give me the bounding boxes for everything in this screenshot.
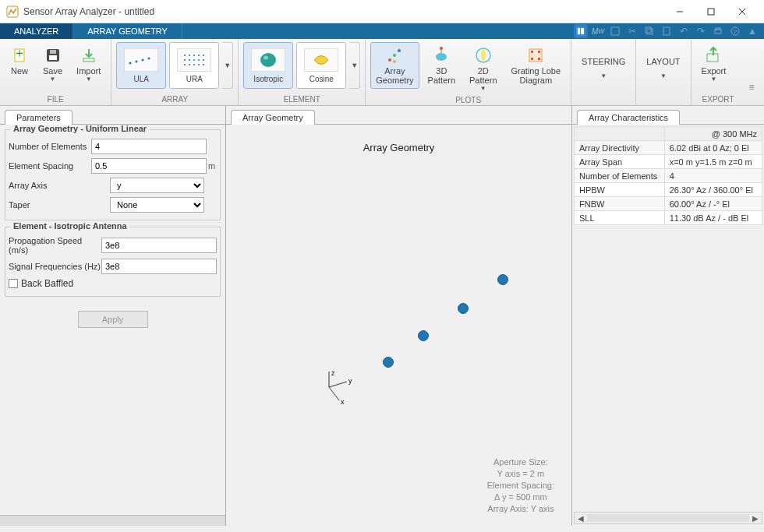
sensor-element <box>458 303 469 314</box>
array-axis-label: Array Axis <box>9 181 110 190</box>
svg-point-47 <box>436 53 447 61</box>
steering-dropdown[interactable]: STEERING ▼ <box>576 42 631 83</box>
array-gallery-dropdown[interactable]: ▼ <box>222 42 233 89</box>
window-title: Sensor Array Analyzer - untitled <box>23 6 664 17</box>
svg-text:?: ? <box>734 28 737 35</box>
num-elements-input[interactable] <box>91 139 207 154</box>
svg-text:x: x <box>341 398 345 406</box>
ula-thumb-icon <box>124 48 158 72</box>
scroll-left-icon[interactable]: ◀ <box>575 514 587 523</box>
num-elements-label: Number of Elements <box>9 142 91 151</box>
cut-icon[interactable]: ✂ <box>625 24 639 38</box>
sensor-element <box>418 330 429 341</box>
svg-point-38 <box>193 64 195 65</box>
fieldset-legend: Array Geometry - Uniform Linear <box>10 125 150 133</box>
import-icon <box>80 46 98 65</box>
ribbon-group-layout: LAYOUT ▼ <box>636 39 691 105</box>
svg-point-25 <box>148 57 150 59</box>
gallery-cosine[interactable]: Cosine <box>296 42 346 89</box>
table-row: Array Spanx=0 m y=1.5 m z=0 m <box>575 155 762 169</box>
freq-label: Signal Frequencies (Hz) <box>9 262 101 271</box>
svg-point-33 <box>193 59 195 61</box>
propspeed-label: Propagation Speed (m/s) <box>9 236 101 255</box>
back-baffled-checkbox[interactable]: Back Baffled <box>9 278 217 289</box>
svg-point-46 <box>393 60 396 63</box>
export-button[interactable]: Export ▼ <box>696 42 732 86</box>
svg-rect-6 <box>578 28 580 34</box>
new-button[interactable]: ＋ New <box>5 42 34 79</box>
svg-rect-20 <box>50 50 56 54</box>
chevron-down-icon: ▼ <box>480 85 486 92</box>
svg-line-61 <box>329 387 339 400</box>
scroll-right-icon[interactable]: ▶ <box>749 514 762 523</box>
mw-icon[interactable]: MW <box>591 24 605 38</box>
layout-icon[interactable] <box>574 24 588 38</box>
expand-ribbon-button[interactable]: ≡ <box>744 79 759 95</box>
array-axis-select[interactable]: y <box>110 178 204 193</box>
element-fieldset: Element - Isotropic Antenna Propagation … <box>5 227 221 297</box>
svg-point-30 <box>203 55 204 56</box>
element-spacing-input[interactable] <box>91 158 207 174</box>
svg-point-34 <box>198 59 200 61</box>
minimize-button[interactable] <box>664 0 695 23</box>
svg-text:z: z <box>331 369 335 377</box>
app-icon <box>6 5 19 18</box>
3d-pattern-icon <box>432 46 451 65</box>
tab-analyzer[interactable]: ANALYZER <box>0 23 73 39</box>
svg-rect-9 <box>647 29 653 34</box>
freq-header: @ 300 MHz <box>664 127 762 141</box>
maximize-button[interactable] <box>695 0 727 23</box>
tab-array-geometry-canvas[interactable]: Array Geometry <box>231 110 315 125</box>
redo-icon[interactable]: ↷ <box>694 24 708 38</box>
svg-text:y: y <box>348 377 352 385</box>
left-scrollbar[interactable] <box>0 515 225 526</box>
save-icon <box>44 46 62 65</box>
toolstrip-header: ANALYZER ARRAY GEOMETRY MW ✂ ↶ ↷ ? ▲ <box>0 23 764 39</box>
save-button[interactable]: Save ▼ <box>37 42 68 86</box>
ribbon-group-file: ＋ New Save ▼ Import ▼ FILE <box>0 39 111 105</box>
ribbon: ＋ New Save ▼ Import ▼ FILE ULA <box>0 39 764 106</box>
main-area: Parameters Array Geometry - Uniform Line… <box>0 106 764 526</box>
gallery-isotropic[interactable]: Isotropic <box>243 42 293 89</box>
3d-pattern-button[interactable]: 3D Pattern <box>423 42 461 89</box>
array-geometry-button[interactable]: Array Geometry <box>370 42 419 89</box>
svg-rect-55 <box>538 58 540 60</box>
collapse-ribbon-icon[interactable]: ▲ <box>745 24 759 38</box>
tab-array-characteristics[interactable]: Array Characteristics <box>577 110 680 125</box>
svg-rect-8 <box>611 27 619 35</box>
tab-array-geometry[interactable]: ARRAY GEOMETRY <box>73 23 182 39</box>
svg-rect-12 <box>715 30 721 33</box>
tab-parameters[interactable]: Parameters <box>5 110 73 125</box>
2d-pattern-button[interactable]: 2D Pattern ▼ <box>464 42 502 96</box>
canvas-annotation: Aperture Size: Y axis = 2 m Element Spac… <box>487 456 554 515</box>
taper-select[interactable]: None <box>110 197 204 213</box>
isotropic-thumb-icon <box>251 48 285 72</box>
freq-input[interactable] <box>101 259 217 274</box>
import-button[interactable]: Import ▼ <box>71 42 106 86</box>
sensor-element <box>497 274 508 285</box>
apply-button[interactable]: Apply <box>78 311 148 328</box>
ribbon-group-label: EXPORT <box>691 95 764 105</box>
cosine-thumb-icon <box>304 48 338 72</box>
characteristics-scrollbar[interactable]: ◀ ▶ <box>574 512 762 524</box>
ribbon-group-label: ARRAY <box>111 95 238 105</box>
help-icon[interactable]: ? <box>728 24 742 38</box>
gallery-ula[interactable]: ULA <box>116 42 166 89</box>
gallery-ura[interactable]: URA <box>169 42 219 89</box>
export-icon <box>704 46 723 65</box>
element-gallery-dropdown[interactable]: ▼ <box>349 42 360 89</box>
close-button[interactable] <box>727 0 758 23</box>
svg-rect-54 <box>531 58 533 60</box>
layout-dropdown[interactable]: LAYOUT ▼ <box>641 42 685 83</box>
svg-rect-21 <box>83 58 94 62</box>
svg-point-43 <box>388 58 391 62</box>
grating-lobe-button[interactable]: Grating Lobe Diagram <box>506 42 567 89</box>
paste-icon[interactable] <box>660 24 674 38</box>
fieldset-legend: Element - Isotropic Antenna <box>10 221 130 231</box>
array-geometry-canvas[interactable]: Array Geometry z y x Aperture Size: Y ax… <box>228 126 570 524</box>
copy-icon[interactable] <box>642 24 656 38</box>
print-icon[interactable] <box>711 24 725 38</box>
propspeed-input[interactable] <box>101 238 217 253</box>
undo-icon[interactable]: ↶ <box>677 24 691 38</box>
save-icon[interactable] <box>608 24 622 38</box>
